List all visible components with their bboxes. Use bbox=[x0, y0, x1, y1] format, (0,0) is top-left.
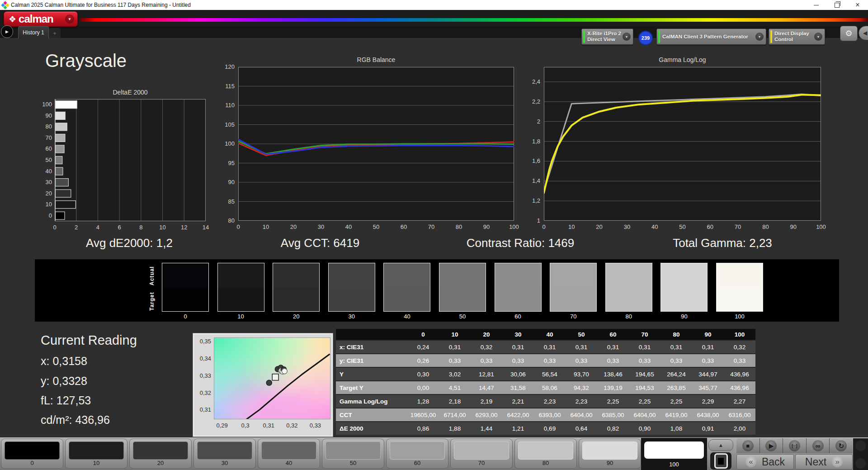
swatch-70 bbox=[550, 263, 597, 312]
swatch-actual bbox=[273, 263, 319, 287]
history-play-button[interactable]: ▶ bbox=[1, 25, 13, 38]
table-cell: 0,32 bbox=[471, 344, 502, 351]
table-cell: 2,25 bbox=[597, 398, 629, 405]
back-button[interactable]: « Back bbox=[736, 454, 794, 470]
patch-button-60[interactable]: 60 bbox=[386, 439, 448, 469]
swatch-10 bbox=[217, 263, 264, 312]
patch-button-40[interactable]: 40 bbox=[258, 439, 320, 469]
table-cell: 0,33 bbox=[629, 357, 660, 364]
swatch-actual bbox=[661, 263, 707, 287]
bottom-right-panel bbox=[853, 438, 868, 470]
display-control-dropdown[interactable]: Direct Display Control▼ bbox=[769, 28, 825, 45]
table-cell: 0,31 bbox=[439, 344, 471, 351]
calman-menu-arrow[interactable]: ▼ bbox=[65, 14, 74, 24]
table-cell: 0,33 bbox=[724, 357, 755, 364]
restore-button[interactable] bbox=[826, 0, 847, 10]
table-cell: 0,33 bbox=[692, 357, 724, 364]
axis-tick-label: 0 bbox=[537, 223, 551, 230]
pattern-window-button[interactable] bbox=[710, 452, 731, 470]
cie-chart-panel: 0,350,340,330,320,310,290,30,310,320,33 bbox=[193, 333, 333, 437]
row-label: Gamma Log/Log bbox=[336, 398, 407, 405]
patch-button-50[interactable]: 50 bbox=[322, 439, 384, 469]
axis-tick-label: 80 bbox=[759, 223, 772, 230]
swatch-target bbox=[273, 287, 319, 311]
measurement-table: 0102030405060708090100x: CIE310,240,310,… bbox=[336, 329, 755, 435]
device-dropdown-arrow[interactable]: ▼ bbox=[755, 33, 764, 41]
axis-tick-label: 8 bbox=[134, 224, 148, 231]
patch-scroll-up-button[interactable]: ▲ bbox=[708, 439, 733, 451]
current-reading-title: Current Reading bbox=[41, 333, 137, 348]
table-cell: 2,21 bbox=[502, 398, 534, 405]
tab-history-1[interactable]: History 1 bbox=[18, 26, 49, 38]
swatch-20 bbox=[273, 263, 320, 312]
patch-button-70[interactable]: 70 bbox=[450, 439, 513, 469]
add-tab-button[interactable]: + bbox=[49, 28, 61, 38]
minimize-button[interactable] bbox=[806, 0, 826, 10]
axis-tick-label: 0 bbox=[48, 224, 61, 231]
patch-button-10[interactable]: 10 bbox=[65, 439, 127, 469]
reading-cdm2: cd/m²: 436,96 bbox=[41, 413, 110, 427]
swatch-target bbox=[661, 287, 707, 311]
rgb-balance-chart-title: RGB Balance bbox=[238, 56, 514, 63]
play-icon: ▶ bbox=[5, 29, 9, 34]
chevron-up-icon: ▲ bbox=[718, 442, 723, 448]
patch-button-0[interactable]: 0 bbox=[1, 439, 63, 469]
table-cell: 2,25 bbox=[629, 398, 660, 405]
axis-tick-label: 60 bbox=[397, 223, 410, 230]
table-row: Gamma Log/Log1,282,182,192,212,232,232,2… bbox=[336, 394, 755, 408]
play-button[interactable]: ▶ bbox=[760, 438, 783, 453]
swatch-level-label: 80 bbox=[605, 313, 652, 320]
table-column-header: 50 bbox=[566, 331, 597, 338]
spectrum-gradient-bar bbox=[80, 18, 868, 22]
calman-menu-button[interactable]: ❖ calman ▼ bbox=[4, 11, 78, 27]
meter-count-badge[interactable]: 239 bbox=[638, 31, 653, 45]
loop-button[interactable]: ∞ bbox=[807, 438, 830, 453]
axis-tick-label: 20 bbox=[593, 223, 606, 230]
table-cell: 6316,00 bbox=[724, 412, 755, 418]
meter-dropdown[interactable]: X-Rite i1Pro 2Direct View▼ bbox=[581, 28, 633, 45]
table-cell: 1,44 bbox=[471, 425, 502, 432]
axis-tick-label: 115 bbox=[216, 83, 235, 90]
swatch-actual bbox=[550, 263, 596, 287]
patch-button-90[interactable]: 90 bbox=[579, 439, 641, 469]
table-column-header: 10 bbox=[439, 331, 471, 338]
interval-button[interactable]: [··] bbox=[783, 438, 806, 453]
swatch-actual bbox=[439, 263, 486, 287]
axis-tick-label: 1,4 bbox=[521, 177, 540, 184]
table-cell: 3,02 bbox=[439, 371, 471, 378]
close-button[interactable]: × bbox=[847, 0, 868, 10]
table-cell: 6385,00 bbox=[597, 412, 629, 418]
axis-tick-label: 100 bbox=[814, 223, 828, 230]
next-label: Next bbox=[805, 456, 826, 468]
swatch-level-label: 40 bbox=[383, 313, 430, 320]
table-column-header: 0 bbox=[407, 331, 439, 338]
swatch-actual bbox=[329, 263, 375, 287]
table-cell: 1,88 bbox=[439, 425, 471, 432]
axis-tick-label: 0,33 bbox=[308, 422, 322, 429]
table-row: y: CIE310,260,330,330,330,330,330,330,33… bbox=[336, 353, 755, 367]
axis-tick-label: 0,31 bbox=[195, 406, 211, 413]
patch-button-20[interactable]: 20 bbox=[129, 439, 192, 469]
app-window: Calman 2025 Calman Ultimate for Business… bbox=[0, 0, 868, 470]
table-cell: 0,69 bbox=[534, 425, 566, 432]
device-dropdown-arrow[interactable]: ▼ bbox=[814, 33, 822, 41]
refresh-button[interactable]: ↻ bbox=[830, 438, 853, 453]
next-button[interactable]: Next » bbox=[795, 454, 853, 470]
table-cell: 0,31 bbox=[597, 344, 629, 351]
patch-swatch bbox=[69, 442, 124, 460]
sidebar-collapse-button[interactable]: ◀ bbox=[859, 26, 868, 40]
axis-tick-label: 0,29 bbox=[215, 422, 229, 429]
device-dropdown-arrow[interactable]: ▼ bbox=[623, 33, 631, 41]
device-label-line1: X-Rite i1Pro 2 bbox=[587, 31, 621, 37]
stop-button[interactable]: ■ bbox=[736, 438, 760, 453]
swatch-90 bbox=[660, 263, 708, 312]
swatch-0 bbox=[162, 263, 209, 312]
patch-button-100[interactable]: 100 bbox=[641, 438, 707, 470]
loop-icon: ∞ bbox=[812, 440, 824, 451]
settings-button[interactable]: ⚙ bbox=[840, 26, 858, 41]
patch-button-80[interactable]: 80 bbox=[514, 439, 577, 469]
pattern-generator-dropdown[interactable]: CalMAN Client 3 Pattern Generator▼ bbox=[656, 28, 766, 45]
patch-button-30[interactable]: 30 bbox=[193, 439, 256, 469]
table-row: x: CIE310,240,310,320,310,310,310,310,31… bbox=[336, 340, 755, 353]
axis-tick-label: 105 bbox=[216, 121, 235, 128]
